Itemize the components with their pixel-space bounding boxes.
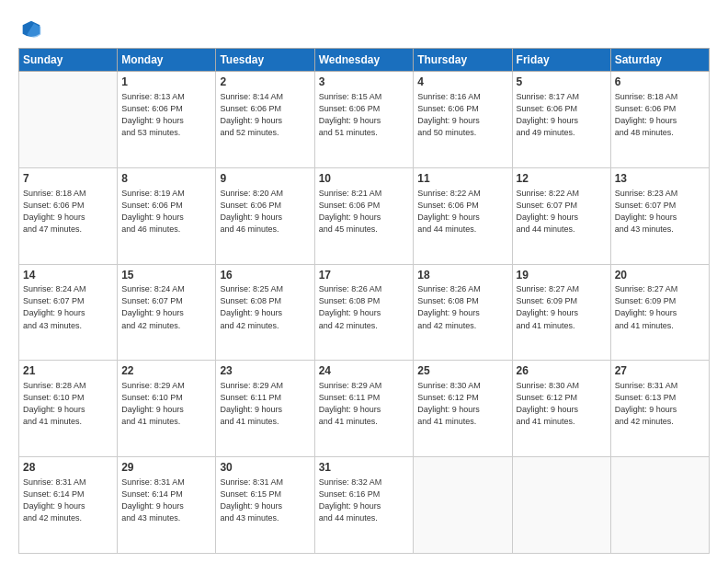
calendar-cell: 25Sunrise: 8:30 AM Sunset: 6:12 PM Dayli…	[414, 361, 512, 457]
calendar-cell: 1Sunrise: 8:13 AM Sunset: 6:06 PM Daylig…	[118, 72, 216, 168]
calendar-cell	[512, 457, 610, 554]
day-info: Sunrise: 8:22 AM Sunset: 6:06 PM Dayligh…	[417, 188, 507, 236]
day-number: 31	[319, 460, 410, 476]
day-number: 28	[23, 460, 113, 476]
day-number: 20	[615, 268, 705, 283]
day-info: Sunrise: 8:18 AM Sunset: 6:06 PM Dayligh…	[23, 188, 113, 236]
day-info: Sunrise: 8:18 AM Sunset: 6:06 PM Dayligh…	[615, 91, 705, 139]
calendar-cell: 12Sunrise: 8:22 AM Sunset: 6:07 PM Dayli…	[512, 167, 610, 264]
day-number: 21	[23, 363, 113, 379]
day-number: 11	[417, 171, 507, 187]
day-number: 8	[121, 171, 211, 187]
day-info: Sunrise: 8:15 AM Sunset: 6:06 PM Dayligh…	[319, 91, 410, 139]
day-number: 29	[121, 460, 211, 476]
calendar-week-2: 7Sunrise: 8:18 AM Sunset: 6:06 PM Daylig…	[19, 167, 710, 264]
calendar-cell: 17Sunrise: 8:26 AM Sunset: 6:08 PM Dayli…	[314, 264, 414, 361]
day-info: Sunrise: 8:32 AM Sunset: 6:16 PM Dayligh…	[319, 477, 410, 524]
calendar-header-row: SundayMondayTuesdayWednesdayThursdayFrid…	[19, 49, 710, 72]
calendar-header-sunday: Sunday	[19, 49, 118, 72]
day-number: 27	[615, 363, 705, 379]
day-number: 12	[517, 171, 607, 187]
day-info: Sunrise: 8:24 AM Sunset: 6:07 PM Dayligh…	[121, 283, 211, 331]
calendar-week-3: 14Sunrise: 8:24 AM Sunset: 6:07 PM Dayli…	[19, 264, 710, 361]
day-info: Sunrise: 8:31 AM Sunset: 6:13 PM Dayligh…	[615, 380, 705, 428]
calendar-cell: 26Sunrise: 8:30 AM Sunset: 6:12 PM Dayli…	[512, 361, 610, 457]
day-number: 7	[23, 171, 113, 187]
calendar-header-saturday: Saturday	[610, 49, 709, 72]
day-info: Sunrise: 8:27 AM Sunset: 6:09 PM Dayligh…	[517, 283, 607, 331]
day-number: 14	[23, 268, 113, 283]
day-number: 2	[220, 75, 310, 90]
calendar-cell: 22Sunrise: 8:29 AM Sunset: 6:10 PM Dayli…	[118, 361, 216, 457]
calendar-header-tuesday: Tuesday	[216, 49, 314, 72]
calendar-week-4: 21Sunrise: 8:28 AM Sunset: 6:10 PM Dayli…	[19, 361, 710, 457]
calendar-header-friday: Friday	[512, 49, 610, 72]
calendar-cell: 19Sunrise: 8:27 AM Sunset: 6:09 PM Dayli…	[512, 264, 610, 361]
day-number: 9	[220, 171, 310, 187]
calendar-cell: 6Sunrise: 8:18 AM Sunset: 6:06 PM Daylig…	[610, 72, 709, 168]
day-number: 19	[517, 268, 607, 283]
day-info: Sunrise: 8:21 AM Sunset: 6:06 PM Dayligh…	[319, 188, 410, 236]
day-number: 13	[615, 171, 705, 187]
day-number: 10	[319, 171, 410, 187]
calendar-cell: 15Sunrise: 8:24 AM Sunset: 6:07 PM Dayli…	[118, 264, 216, 361]
day-info: Sunrise: 8:26 AM Sunset: 6:08 PM Dayligh…	[417, 283, 507, 331]
day-info: Sunrise: 8:27 AM Sunset: 6:09 PM Dayligh…	[615, 283, 705, 331]
calendar-cell: 7Sunrise: 8:18 AM Sunset: 6:06 PM Daylig…	[19, 167, 118, 264]
logo-icon	[18, 17, 44, 42]
calendar-cell: 16Sunrise: 8:25 AM Sunset: 6:08 PM Dayli…	[216, 264, 314, 361]
calendar-week-5: 28Sunrise: 8:31 AM Sunset: 6:14 PM Dayli…	[19, 457, 710, 554]
day-number: 4	[417, 75, 507, 90]
header	[18, 17, 710, 42]
day-number: 16	[220, 268, 310, 283]
day-number: 30	[220, 460, 310, 476]
calendar-cell: 28Sunrise: 8:31 AM Sunset: 6:14 PM Dayli…	[19, 457, 118, 554]
day-info: Sunrise: 8:20 AM Sunset: 6:06 PM Dayligh…	[220, 188, 310, 236]
day-info: Sunrise: 8:30 AM Sunset: 6:12 PM Dayligh…	[417, 380, 507, 428]
calendar-cell: 2Sunrise: 8:14 AM Sunset: 6:06 PM Daylig…	[216, 72, 314, 168]
calendar-header-wednesday: Wednesday	[314, 49, 414, 72]
day-number: 6	[615, 75, 705, 90]
calendar-cell: 14Sunrise: 8:24 AM Sunset: 6:07 PM Dayli…	[19, 264, 118, 361]
calendar-cell: 27Sunrise: 8:31 AM Sunset: 6:13 PM Dayli…	[610, 361, 709, 457]
calendar-header-thursday: Thursday	[414, 49, 512, 72]
day-info: Sunrise: 8:24 AM Sunset: 6:07 PM Dayligh…	[23, 283, 113, 331]
calendar-table: SundayMondayTuesdayWednesdayThursdayFrid…	[18, 48, 710, 554]
day-info: Sunrise: 8:19 AM Sunset: 6:06 PM Dayligh…	[121, 188, 211, 236]
day-number: 18	[417, 268, 507, 283]
calendar-cell: 13Sunrise: 8:23 AM Sunset: 6:07 PM Dayli…	[610, 167, 709, 264]
day-number: 24	[319, 363, 410, 379]
calendar-cell: 5Sunrise: 8:17 AM Sunset: 6:06 PM Daylig…	[512, 72, 610, 168]
day-number: 3	[319, 75, 410, 90]
calendar-cell: 23Sunrise: 8:29 AM Sunset: 6:11 PM Dayli…	[216, 361, 314, 457]
day-info: Sunrise: 8:29 AM Sunset: 6:10 PM Dayligh…	[121, 380, 211, 428]
calendar-cell: 31Sunrise: 8:32 AM Sunset: 6:16 PM Dayli…	[314, 457, 414, 554]
logo	[18, 17, 48, 42]
day-number: 17	[319, 268, 410, 283]
day-info: Sunrise: 8:23 AM Sunset: 6:07 PM Dayligh…	[615, 188, 705, 236]
calendar-cell: 3Sunrise: 8:15 AM Sunset: 6:06 PM Daylig…	[314, 72, 414, 168]
calendar-page: SundayMondayTuesdayWednesdayThursdayFrid…	[0, 0, 728, 563]
day-info: Sunrise: 8:13 AM Sunset: 6:06 PM Dayligh…	[121, 91, 211, 139]
calendar-cell: 30Sunrise: 8:31 AM Sunset: 6:15 PM Dayli…	[216, 457, 314, 554]
day-info: Sunrise: 8:29 AM Sunset: 6:11 PM Dayligh…	[319, 380, 410, 428]
day-number: 1	[121, 75, 211, 90]
day-number: 5	[517, 75, 607, 90]
day-info: Sunrise: 8:26 AM Sunset: 6:08 PM Dayligh…	[319, 283, 410, 331]
day-number: 25	[417, 363, 507, 379]
day-info: Sunrise: 8:31 AM Sunset: 6:15 PM Dayligh…	[220, 477, 310, 524]
calendar-cell: 29Sunrise: 8:31 AM Sunset: 6:14 PM Dayli…	[118, 457, 216, 554]
day-info: Sunrise: 8:30 AM Sunset: 6:12 PM Dayligh…	[517, 380, 607, 428]
day-number: 23	[220, 363, 310, 379]
day-info: Sunrise: 8:31 AM Sunset: 6:14 PM Dayligh…	[23, 477, 113, 524]
calendar-cell	[610, 457, 709, 554]
calendar-week-1: 1Sunrise: 8:13 AM Sunset: 6:06 PM Daylig…	[19, 72, 710, 168]
calendar-cell: 24Sunrise: 8:29 AM Sunset: 6:11 PM Dayli…	[314, 361, 414, 457]
day-info: Sunrise: 8:17 AM Sunset: 6:06 PM Dayligh…	[517, 91, 607, 139]
day-info: Sunrise: 8:29 AM Sunset: 6:11 PM Dayligh…	[220, 380, 310, 428]
day-info: Sunrise: 8:31 AM Sunset: 6:14 PM Dayligh…	[121, 477, 211, 524]
calendar-cell	[19, 72, 118, 168]
calendar-header-monday: Monday	[118, 49, 216, 72]
calendar-cell: 10Sunrise: 8:21 AM Sunset: 6:06 PM Dayli…	[314, 167, 414, 264]
day-info: Sunrise: 8:22 AM Sunset: 6:07 PM Dayligh…	[517, 188, 607, 236]
